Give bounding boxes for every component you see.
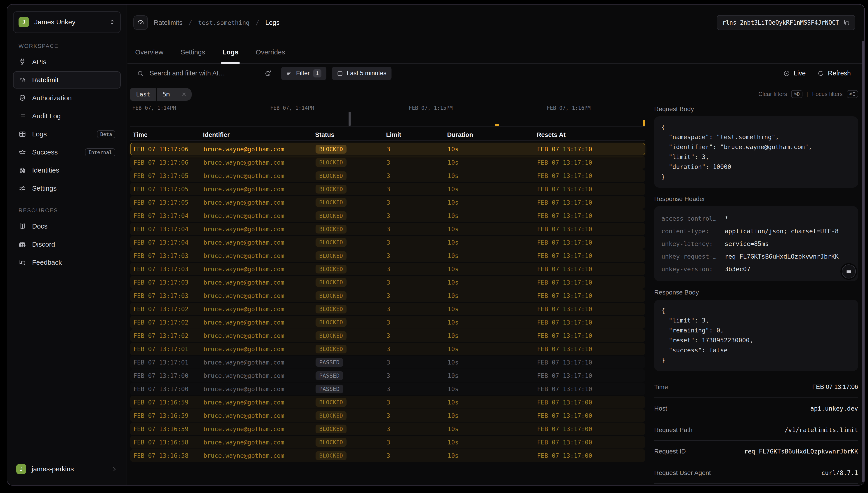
header-value: application/json; charset=UTF-8 <box>725 228 851 235</box>
close-icon <box>181 91 187 98</box>
time-range-button[interactable]: Last 5 minutes <box>332 67 392 80</box>
log-status: BLOCKED <box>315 291 387 300</box>
log-identifier: bruce.wayne@gotham.com <box>203 439 315 446</box>
status-badge: BLOCKED <box>315 265 347 274</box>
detail-field-host: Hostapi.unkey.dev <box>654 398 858 419</box>
sidebar-item-docs[interactable]: Docs <box>13 218 121 235</box>
log-duration: 10s <box>448 319 537 326</box>
live-button[interactable]: Live <box>783 69 806 77</box>
sidebar-item-discord[interactable]: Discord <box>13 236 121 253</box>
log-row[interactable]: FEB 07 13:16:59 bruce.wayne@gotham.com B… <box>130 396 645 409</box>
sidebar: J James Unkey WORKSPACE APIsRatelimitAut… <box>7 4 127 485</box>
log-row[interactable]: FEB 07 13:17:03 bruce.wayne@gotham.com B… <box>130 276 645 288</box>
user-menu[interactable]: J james-perkins <box>13 461 121 477</box>
log-resets-at: FEB 07 13:17:00 <box>537 452 645 459</box>
copy-icon[interactable] <box>843 19 850 26</box>
response-body-title: Response Body <box>654 289 858 296</box>
tab-overview[interactable]: Overview <box>134 41 165 63</box>
sidebar-item-label: APIs <box>32 58 46 66</box>
log-row[interactable]: FEB 07 13:16:59 bruce.wayne@gotham.com B… <box>130 423 645 435</box>
sliders-icon <box>19 185 26 192</box>
tab-overrides[interactable]: Overrides <box>254 41 286 63</box>
detail-field-request-id: Request IDreq_FL7GKTsB6uHxdLQzpkvwnrJbrK… <box>654 441 858 462</box>
filter-chip-field[interactable]: Last <box>130 88 156 101</box>
log-row[interactable]: FEB 07 13:17:05 bruce.wayne@gotham.com B… <box>130 183 645 195</box>
tab-logs[interactable]: Logs <box>221 41 240 63</box>
log-resets-at: FEB 07 13:17:10 <box>537 239 645 246</box>
clear-filters-label[interactable]: Clear filters <box>758 91 787 97</box>
log-row[interactable]: FEB 07 13:17:03 bruce.wayne@gotham.com B… <box>130 263 645 275</box>
log-resets-at: FEB 07 13:17:10 <box>537 212 645 219</box>
sidebar-item-apis[interactable]: APIs <box>13 53 121 70</box>
sidebar-item-authorization[interactable]: Authorization <box>13 89 121 107</box>
filter-button[interactable]: Filter 1 <box>281 67 326 80</box>
ratelimit-id-button[interactable]: rlns_2nbt3LiTQeQykRF1nMSSF4JrNQCT <box>717 15 855 30</box>
log-settings-button[interactable] <box>842 264 856 278</box>
log-row[interactable]: FEB 07 13:17:06 bruce.wayne@gotham.com B… <box>130 156 645 169</box>
log-row[interactable]: FEB 07 13:17:02 bruce.wayne@gotham.com B… <box>130 316 645 328</box>
log-row[interactable]: FEB 07 13:17:04 bruce.wayne@gotham.com B… <box>130 236 645 249</box>
log-time: FEB 07 13:17:00 <box>133 386 203 392</box>
status-badge: BLOCKED <box>315 398 347 407</box>
log-row[interactable]: FEB 07 13:17:02 bruce.wayne@gotham.com B… <box>130 303 645 315</box>
log-row[interactable]: FEB 07 13:17:04 bruce.wayne@gotham.com B… <box>130 223 645 235</box>
log-row[interactable]: FEB 07 13:16:58 bruce.wayne@gotham.com B… <box>130 449 645 462</box>
header-value: 3b3ec07 <box>725 265 851 273</box>
log-limit: 3 <box>387 426 448 432</box>
sidebar-item-identities[interactable]: Identities <box>13 162 121 179</box>
log-limit: 3 <box>387 159 448 166</box>
log-row[interactable]: FEB 07 13:17:03 bruce.wayne@gotham.com B… <box>130 249 645 262</box>
filter-chip-value[interactable]: 5m <box>157 88 175 101</box>
breadcrumb-namespace[interactable]: test.something <box>198 19 250 26</box>
log-duration: 10s <box>448 426 537 432</box>
log-row[interactable]: FEB 07 13:17:01 bruce.wayne@gotham.com B… <box>130 343 645 355</box>
log-limit: 3 <box>387 332 448 339</box>
query-history-icon[interactable] <box>265 69 272 77</box>
search-input[interactable] <box>149 69 250 77</box>
log-duration: 10s <box>448 386 537 392</box>
tab-settings[interactable]: Settings <box>179 41 206 63</box>
log-time: FEB 07 13:17:00 <box>133 372 203 379</box>
log-row[interactable]: FEB 07 13:16:59 bruce.wayne@gotham.com B… <box>130 409 645 422</box>
timeline-chart[interactable]: FEB 07, 1:14PMFEB 07, 1:14PMFEB 07, 1:15… <box>130 105 645 127</box>
live-button-label: Live <box>793 69 806 77</box>
sidebar-item-feedback[interactable]: Feedback <box>13 254 121 271</box>
sidebar-item-ratelimit[interactable]: Ratelimit <box>13 71 121 88</box>
search-box[interactable] <box>137 69 254 77</box>
log-duration: 10s <box>448 439 537 446</box>
log-row[interactable]: FEB 07 13:17:06 bruce.wayne@gotham.com B… <box>130 143 645 155</box>
log-limit: 3 <box>387 186 448 193</box>
workspace-switcher[interactable]: J James Unkey <box>13 11 121 33</box>
log-identifier: bruce.wayne@gotham.com <box>203 412 315 419</box>
status-badge: BLOCKED <box>315 438 347 447</box>
sidebar-item-audit-log[interactable]: Audit Log <box>13 107 121 125</box>
detail-value: api.unkey.dev <box>810 405 858 412</box>
focus-filters-label[interactable]: Focus filters <box>812 91 843 97</box>
timeline-cursor[interactable] <box>349 112 351 126</box>
log-row[interactable]: FEB 07 13:17:04 bruce.wayne@gotham.com B… <box>130 209 645 222</box>
sidebar-item-settings[interactable]: Settings <box>13 180 121 197</box>
log-resets-at: FEB 07 13:17:10 <box>537 292 645 299</box>
status-badge: BLOCKED <box>315 211 347 220</box>
sidebar-item-logs[interactable]: LogsBeta <box>13 126 121 143</box>
log-row[interactable]: FEB 07 13:17:05 bruce.wayne@gotham.com B… <box>130 196 645 209</box>
log-row[interactable]: FEB 07 13:17:05 bruce.wayne@gotham.com B… <box>130 169 645 182</box>
status-badge: BLOCKED <box>315 145 347 154</box>
window-scrollbar[interactable] <box>862 41 864 483</box>
gauge-icon <box>19 76 26 84</box>
log-duration: 10s <box>448 199 537 206</box>
log-row[interactable]: FEB 07 13:17:02 bruce.wayne@gotham.com B… <box>130 329 645 342</box>
log-status: BLOCKED <box>315 198 387 207</box>
sidebar-item-success[interactable]: SuccessInternal <box>13 144 121 161</box>
breadcrumb-root[interactable]: Ratelimits <box>154 19 182 26</box>
log-row[interactable]: FEB 07 13:16:58 bruce.wayne@gotham.com B… <box>130 436 645 449</box>
sidebar-item-label: Identities <box>32 167 59 174</box>
filter-chip-remove[interactable] <box>176 88 192 101</box>
column-header-status: Status <box>315 131 386 138</box>
refresh-button[interactable]: Refresh <box>818 69 851 77</box>
log-row[interactable]: FEB 07 13:17:03 bruce.wayne@gotham.com B… <box>130 289 645 302</box>
log-identifier: bruce.wayne@gotham.com <box>203 305 315 313</box>
log-row[interactable]: FEB 07 13:17:01 bruce.wayne@gotham.com P… <box>130 356 645 368</box>
log-row[interactable]: FEB 07 13:17:00 bruce.wayne@gotham.com P… <box>130 369 645 382</box>
log-row[interactable]: FEB 07 13:17:00 bruce.wayne@gotham.com P… <box>130 383 645 395</box>
